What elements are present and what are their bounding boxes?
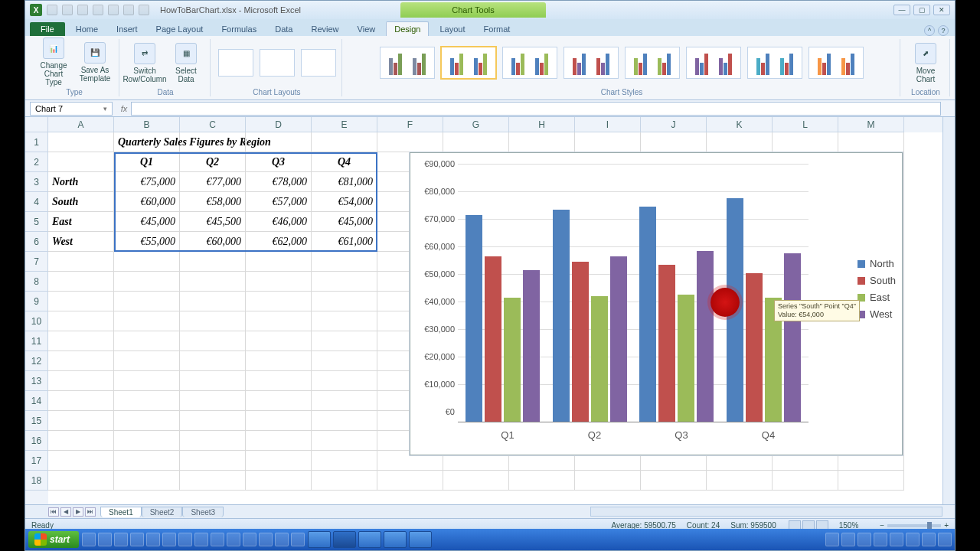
row-header-15[interactable]: 15 [25,411,48,431]
row-header-13[interactable]: 13 [25,371,48,391]
embedded-chart[interactable]: €0€10,000€20,000€30,000€40,000€50,000€60… [410,152,903,455]
row-header-4[interactable]: 4 [25,192,48,212]
legend-item-South[interactable]: South [858,275,896,286]
row-header-2[interactable]: 2 [25,152,48,172]
cell[interactable] [180,451,246,471]
tab-format[interactable]: Format [475,22,518,36]
cell[interactable] [48,311,114,331]
col-header-J[interactable]: J [641,117,707,132]
legend-item-West[interactable]: West [858,308,896,320]
cell[interactable] [246,311,312,331]
col-header-L[interactable]: L [773,117,838,132]
cell[interactable] [246,431,312,451]
fx-icon[interactable]: fx [117,104,131,113]
cell[interactable] [838,132,904,152]
row-header-12[interactable]: 12 [25,351,48,371]
cell[interactable] [180,351,246,371]
help-icon[interactable]: ? [938,25,949,36]
cell[interactable] [180,311,246,331]
bar-group-Q1[interactable] [466,215,540,422]
cell[interactable] [377,471,443,491]
maximize-button[interactable]: ▢ [913,5,930,15]
row-header-11[interactable]: 11 [25,331,48,351]
cell[interactable] [312,431,377,451]
cell[interactable]: €62,000 [246,232,312,252]
cell[interactable] [509,132,575,152]
cell[interactable]: Q3 [246,152,312,172]
chart-style-6[interactable] [686,47,741,79]
bar-South-Q2[interactable] [572,262,589,422]
chart-styles-gallery[interactable] [380,39,864,86]
col-header-B[interactable]: B [114,117,180,132]
cell[interactable] [114,351,180,371]
chart-layout-1[interactable] [218,49,253,77]
cell[interactable] [575,471,641,491]
cell[interactable]: Quarterly Sales Figures by Region [114,132,180,152]
sheet-nav-next[interactable]: ▶ [73,507,83,517]
cell[interactable]: €60,000 [114,192,180,212]
cell[interactable] [246,471,312,491]
task-5[interactable] [409,531,432,548]
move-chart-button[interactable]: ⬈MoveChart [908,43,943,83]
tab-layout[interactable]: Layout [432,22,472,36]
col-header-F[interactable]: F [377,117,443,132]
cell[interactable] [48,351,114,371]
cell[interactable]: €75,000 [114,172,180,192]
quick-launch[interactable] [82,533,305,546]
cell[interactable] [48,252,114,272]
cell[interactable] [312,471,377,491]
bar-West-Q2[interactable] [610,256,627,422]
cell[interactable]: €77,000 [180,172,246,192]
cell[interactable] [246,292,312,311]
cell[interactable] [641,132,707,152]
cell[interactable] [312,311,377,331]
cell[interactable] [114,371,180,391]
col-header-A[interactable]: A [48,117,114,132]
cell[interactable] [246,272,312,292]
cell[interactable] [443,132,509,152]
row-header-18[interactable]: 18 [25,471,48,491]
save-as-template-button[interactable]: 💾Save AsTemplate [77,42,113,83]
cell[interactable] [48,451,114,471]
cell[interactable] [312,331,377,351]
cell[interactable]: East [48,212,114,232]
bar-East-Q2[interactable] [591,296,608,422]
cell[interactable] [114,292,180,311]
row-header-10[interactable]: 10 [25,311,48,331]
cell[interactable] [246,132,312,152]
sheet-nav-prev[interactable]: ◀ [60,507,71,517]
task-1[interactable] [308,531,331,548]
cell[interactable] [180,371,246,391]
qat-undo-icon[interactable] [62,5,73,15]
cell[interactable]: €45,000 [312,212,377,232]
cell[interactable] [443,471,509,491]
cell[interactable]: €60,000 [180,232,246,252]
cell[interactable]: South [48,192,114,212]
cell[interactable] [48,411,114,431]
cell[interactable] [509,471,575,491]
row-header-7[interactable]: 7 [25,252,48,272]
qat-open-icon[interactable] [139,5,149,15]
cell[interactable] [180,252,246,272]
cell[interactable] [246,391,312,411]
cell[interactable] [180,431,246,451]
qat-new-icon[interactable] [123,5,134,15]
close-button[interactable]: ✕ [933,5,950,15]
column-headers[interactable]: ABCDEFGHIJKLM [48,117,942,132]
cell[interactable]: €78,000 [246,172,312,192]
cell[interactable]: €61,000 [312,232,377,252]
legend-item-North[interactable]: North [858,258,896,269]
col-header-K[interactable]: K [707,117,773,132]
chart-style-5[interactable] [625,47,680,79]
col-header-M[interactable]: M [838,117,904,132]
bar-East-Q1[interactable] [504,298,521,422]
cell[interactable]: West [48,232,114,252]
cell[interactable] [312,292,377,311]
windows-taskbar[interactable]: start [25,529,955,550]
tab-home[interactable]: Home [68,22,106,36]
chart-style-4[interactable] [564,47,619,79]
row-header-1[interactable]: 1 [25,132,48,152]
cell[interactable] [48,152,114,172]
start-button[interactable]: start [28,531,79,548]
cell[interactable] [641,471,707,491]
